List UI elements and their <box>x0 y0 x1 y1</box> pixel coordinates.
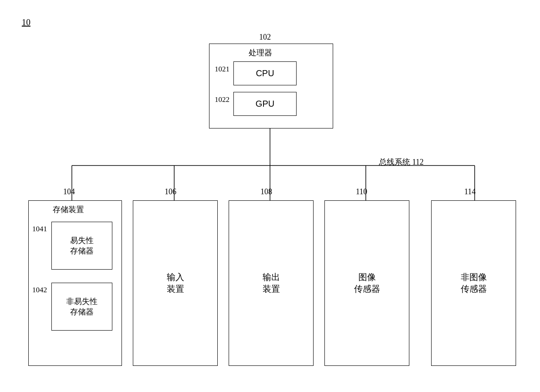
image-sensor-box: 图像 传感器 <box>324 200 409 366</box>
nonvolatile-label: 非易失性 存储器 <box>66 296 98 317</box>
processor-label: 处理器 <box>249 47 372 58</box>
processor-id: 102 <box>259 33 271 42</box>
nonvolatile-box: 非易失性 存储器 <box>51 283 112 331</box>
gpu-label: GPU <box>256 99 274 109</box>
non-image-sensor-id: 114 <box>464 187 476 196</box>
output-label: 输出 装置 <box>263 271 280 295</box>
processor-box: 处理器 1021 CPU 1022 GPU <box>209 44 333 128</box>
image-sensor-id: 110 <box>356 187 367 196</box>
input-label: 输入 装置 <box>167 271 184 295</box>
input-id: 106 <box>165 187 176 196</box>
output-id: 108 <box>260 187 272 196</box>
storage-id: 104 <box>63 187 75 196</box>
non-image-sensor-label: 非图像 传感器 <box>461 271 487 295</box>
bus-label: 总线系统 112 <box>379 157 424 167</box>
volatile-id: 1041 <box>32 225 47 233</box>
cpu-box: CPU <box>233 61 297 85</box>
gpu-box: GPU <box>233 92 297 116</box>
gpu-id: 1022 <box>215 95 230 104</box>
input-box: 输入 装置 <box>133 200 218 366</box>
diagram-id: 10 <box>22 17 30 27</box>
image-sensor-label: 图像 传感器 <box>354 271 380 295</box>
output-box: 输出 装置 <box>229 200 314 366</box>
cpu-label: CPU <box>256 68 274 78</box>
nonvolatile-id: 1042 <box>32 286 47 294</box>
storage-label: 存储装置 <box>53 204 145 215</box>
storage-box: 存储装置 1041 易失性 存储器 1042 非易失性 存储器 <box>28 200 122 366</box>
volatile-box: 易失性 存储器 <box>51 222 112 270</box>
non-image-sensor-box: 非图像 传感器 <box>431 200 516 366</box>
volatile-label: 易失性 存储器 <box>70 235 94 256</box>
diagram: 10 102 处理器 1021 CPU 1022 GPU 总线系统 112 10… <box>0 0 540 392</box>
cpu-id: 1021 <box>215 65 230 74</box>
